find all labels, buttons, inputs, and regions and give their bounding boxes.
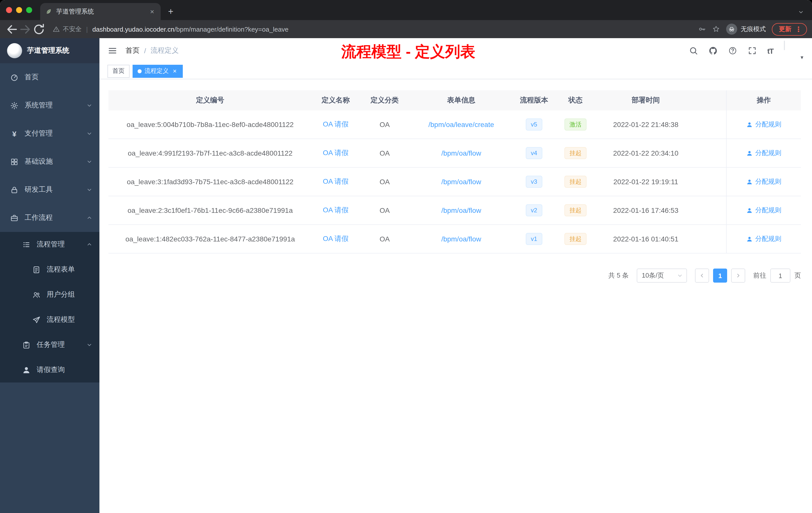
users-icon [32, 291, 41, 299]
window-zoom-button[interactable] [26, 7, 32, 13]
col-header-deploy-time: 部署时间 [596, 90, 696, 111]
bookmark-star-icon[interactable] [712, 25, 720, 33]
cell-definition-id: oa_leave:4:991f2193-7b7f-11ec-a3c8-acde4… [109, 139, 312, 167]
form-info-link[interactable]: /bpm/oa/flow [441, 235, 481, 243]
site-security-indicator[interactable]: 不安全 [53, 25, 82, 33]
tag-close-icon[interactable]: × [172, 68, 178, 74]
cell-definition-id: oa_leave:2:3c1f0ef1-76b1-11ec-9c66-a2380… [109, 196, 312, 224]
main-area: 首页 / 流程定义 流程模型 - 定义列表 tT ▾ [99, 38, 812, 513]
status-badge: 挂起 [564, 147, 586, 159]
cell-category: OA [359, 168, 410, 196]
version-badge: v2 [526, 204, 542, 216]
gear-icon [10, 101, 19, 110]
avatar[interactable] [784, 41, 785, 50]
window-controls [6, 0, 32, 20]
assign-rule-link[interactable]: 分配规则 [746, 206, 781, 215]
update-browser-button[interactable]: 更新 ⋮ [772, 23, 807, 35]
app-logo[interactable]: 芋道管理系统 [0, 38, 99, 63]
form-info-link[interactable]: /bpm/oa/leave/create [428, 120, 494, 128]
browser-menu-icon[interactable]: ⋮ [795, 26, 802, 33]
status-badge: 激活 [564, 118, 586, 130]
url-host: dashboard.yudao.iocoder.cn [92, 25, 174, 33]
form-info-link[interactable]: /bpm/oa/flow [441, 178, 481, 186]
sidebar-item-user-group[interactable]: 用户分组 [0, 282, 99, 307]
sidebar-item-workflow[interactable]: 工作流程 [0, 204, 99, 232]
window-close-button[interactable] [6, 7, 12, 13]
breadcrumb-home-link[interactable]: 首页 [125, 46, 140, 55]
help-icon[interactable] [728, 46, 737, 55]
tag-process-definition[interactable]: 流程定义 × [133, 64, 183, 78]
cell-form-info: /bpm/oa/flow [410, 196, 513, 224]
sidebar-item-payment-mgmt[interactable]: ¥ 支付管理 [0, 119, 99, 148]
dashboard-icon [10, 73, 19, 82]
assign-rule-link[interactable]: 分配规则 [746, 149, 781, 158]
version-badge: v1 [526, 233, 542, 245]
cell-form-info: /bpm/oa/flow [410, 225, 513, 253]
cell-definition-name: OA 请假 [312, 196, 359, 224]
cell-version: v2 [513, 196, 555, 224]
new-tab-button[interactable]: + [164, 4, 178, 19]
chevron-down-icon [86, 102, 92, 109]
assign-rule-link[interactable]: 分配规则 [746, 177, 781, 186]
tab-search-icon[interactable] [798, 9, 804, 15]
user-icon [746, 121, 753, 128]
chevron-down-icon [86, 342, 92, 348]
task-icon [22, 340, 31, 349]
sidebar-item-dev-tools[interactable]: 研发工具 [0, 176, 99, 204]
reload-icon[interactable] [32, 22, 46, 36]
font-size-icon[interactable]: tT [767, 47, 773, 55]
browser-tab[interactable]: 芋道管理系统 × [40, 3, 161, 20]
definition-name-link[interactable]: OA 请假 [323, 206, 349, 215]
assign-rule-link[interactable]: 分配规则 [746, 234, 781, 243]
cell-status: 挂起 [555, 168, 596, 196]
sidebar-item-process-mgmt[interactable]: 流程管理 [0, 232, 99, 257]
sidebar-item-system-mgmt[interactable]: 系统管理 [0, 91, 99, 119]
form-info-link[interactable]: /bpm/oa/flow [441, 149, 481, 157]
sidebar-item-leave-query[interactable]: 请假查询 [0, 357, 99, 383]
tab-close-icon[interactable]: × [149, 8, 156, 15]
key-icon[interactable] [698, 25, 706, 33]
cell-version: v1 [513, 225, 555, 253]
sidebar-item-infrastructure[interactable]: 基础设施 [0, 148, 99, 176]
user-icon [746, 207, 753, 214]
sidebar-item-label: 基础设施 [25, 157, 53, 166]
address-bar[interactable]: dashboard.yudao.iocoder.cn/bpm/manager/d… [92, 25, 289, 33]
assign-rule-link[interactable]: 分配规则 [746, 120, 781, 129]
definition-name-link[interactable]: OA 请假 [323, 149, 349, 158]
col-header-category: 定义分类 [359, 90, 410, 111]
sidebar-toggle-icon[interactable] [108, 46, 117, 56]
form-info-link[interactable]: /bpm/oa/flow [441, 206, 481, 214]
user-menu[interactable]: ▾ [784, 41, 804, 60]
status-badge: 挂起 [564, 176, 586, 188]
back-icon[interactable] [5, 22, 19, 36]
page-number-button[interactable]: 1 [713, 269, 727, 282]
sidebar-item-process-model[interactable]: 流程模型 [0, 307, 99, 332]
cell-definition-id: oa_leave:3:1fad3d93-7b75-11ec-a3c8-acde4… [109, 168, 312, 196]
goto-page-input[interactable] [770, 269, 790, 282]
prev-page-button[interactable] [695, 269, 709, 282]
sidebar-item-task-mgmt[interactable]: 任务管理 [0, 332, 99, 357]
send-icon [32, 315, 41, 324]
github-icon[interactable] [708, 46, 718, 55]
sidebar-item-label: 请假查询 [37, 365, 65, 374]
definition-name-link[interactable]: OA 请假 [323, 234, 349, 243]
chevron-down-icon [86, 159, 92, 164]
window-minimize-button[interactable] [16, 7, 22, 13]
definition-name-link[interactable]: OA 请假 [323, 177, 349, 186]
cell-actions: 分配规则 [726, 168, 801, 196]
sidebar-item-process-form[interactable]: 流程表单 [0, 257, 99, 282]
forward-icon[interactable] [19, 22, 32, 36]
navbar-actions: tT ▾ [689, 41, 804, 60]
page-size-select[interactable]: 10条/页 [637, 269, 687, 282]
search-icon[interactable] [689, 46, 698, 55]
list-icon [22, 240, 31, 249]
tag-home[interactable]: 首页 [108, 64, 129, 78]
next-page-button[interactable] [731, 269, 745, 282]
definition-name-link[interactable]: OA 请假 [323, 120, 349, 129]
page-content: 定义编号 定义名称 定义分类 表单信息 流程版本 状态 部署时间 操作 oa_l… [99, 79, 812, 282]
cell-filler [696, 225, 726, 253]
cell-filler [696, 111, 726, 139]
top-navbar: 首页 / 流程定义 流程模型 - 定义列表 tT ▾ [99, 38, 812, 63]
sidebar-item-home[interactable]: 首页 [0, 63, 99, 91]
fullscreen-icon[interactable] [748, 46, 757, 55]
